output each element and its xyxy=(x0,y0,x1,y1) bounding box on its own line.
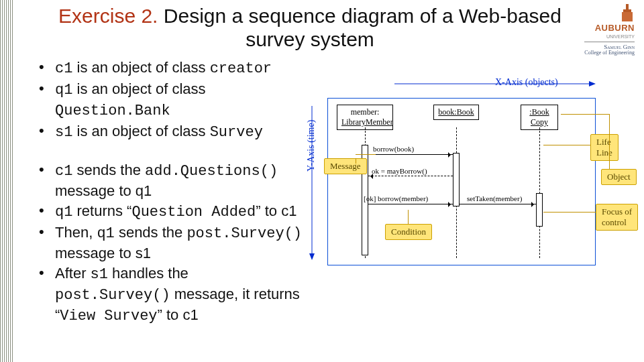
bullet-2: q1 is an object of class Question.Bank xyxy=(35,79,303,121)
bullet-5: q1 returns “Question Added” to c1 xyxy=(35,201,303,222)
x-axis-label: X-Axis (objects) xyxy=(495,77,558,88)
univ-sub: UNIVERSITY xyxy=(606,34,635,39)
label-borrow-member: [ok] borrow(member) xyxy=(364,194,428,202)
focus-book xyxy=(453,153,460,206)
slide-title: Exercise 2. Design a sequence diagram of… xyxy=(48,4,572,52)
callout-condition: Condition xyxy=(385,224,432,240)
bullet-7: After s1 handles the post.Survey() messa… xyxy=(35,263,303,326)
arrow-borrow-member xyxy=(368,204,453,204)
title-rest: Design a sequence diagram of a Web-based… xyxy=(158,5,561,50)
svg-marker-3 xyxy=(309,253,315,260)
object-library-member: member:LibraryMember xyxy=(337,105,393,130)
x-axis: X-Axis (objects) xyxy=(394,79,596,91)
school-line-2: College of Engineering xyxy=(584,50,635,56)
arrow-may-borrow xyxy=(368,176,453,176)
object-book: book:Book xyxy=(433,105,479,120)
arrow-set-taken xyxy=(460,204,536,204)
bullet-3: s1 is an object of class Survey xyxy=(35,121,303,142)
callout-message: Message xyxy=(324,158,367,174)
title-prefix: Exercise 2. xyxy=(58,5,158,27)
left-stripe-decor xyxy=(0,0,13,362)
svg-marker-1 xyxy=(589,81,596,86)
label-borrow-book: borrow(book) xyxy=(373,145,414,153)
focus-copy xyxy=(536,193,543,227)
y-axis-label: Y-Axis (time) xyxy=(306,120,317,172)
bullet-6: Then, q1 sends the post.Survey() message… xyxy=(35,223,303,263)
bullet-list: c1 is an object of class creator q1 is a… xyxy=(35,58,303,326)
object-book-copy: :BookCopy xyxy=(521,105,558,130)
sequence-diagram-example: X-Axis (objects) Y-Axis (time) member:Li… xyxy=(307,79,643,279)
label-set-taken: setTaken(member) xyxy=(467,194,522,202)
callout-object: Object xyxy=(601,169,637,185)
bullet-1: c1 is an object of class creator xyxy=(35,58,303,78)
y-axis: Y-Axis (time) xyxy=(307,106,317,263)
callout-focus: Focus ofcontrol xyxy=(596,204,638,231)
university-logo: AUBURN UNIVERSITY Samuel Ginn College of… xyxy=(584,3,635,56)
callout-lifeline: LifeLine xyxy=(590,134,619,161)
bullet-4: c1 sends the add.Questions() message to … xyxy=(35,160,303,200)
label-may-borrow: ok = mayBorrow() xyxy=(372,167,427,175)
univ-name: AUBURN xyxy=(584,23,635,33)
tower-icon xyxy=(620,3,635,21)
arrow-borrow-book xyxy=(368,154,453,155)
